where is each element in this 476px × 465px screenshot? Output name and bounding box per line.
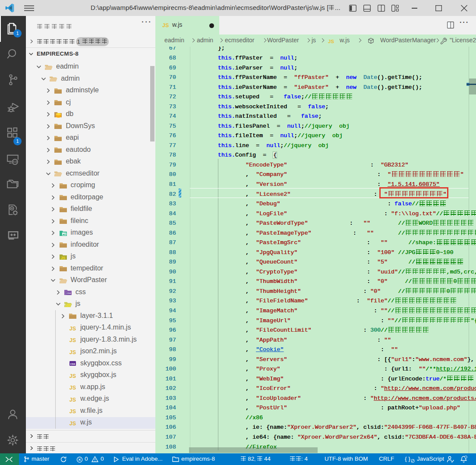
svg-text:JS: JS — [162, 22, 169, 28]
svg-text:JS: JS — [328, 39, 334, 44]
svg-text:JS: JS — [69, 349, 76, 355]
svg-text:JS: JS — [69, 385, 76, 391]
svg-text:JS: JS — [69, 373, 76, 379]
svg-text:JS: JS — [69, 337, 76, 343]
svg-text:JS: JS — [69, 325, 76, 331]
svg-text:JS: JS — [69, 420, 76, 426]
svg-text:JS: JS — [66, 303, 70, 308]
svg-text:JS: JS — [69, 396, 76, 402]
svg-text:CSS: CSS — [66, 292, 70, 295]
svg-text:CSS: CSS — [70, 363, 76, 365]
svg-text:JS: JS — [69, 408, 76, 415]
svg-text:JS: JS — [60, 255, 65, 260]
